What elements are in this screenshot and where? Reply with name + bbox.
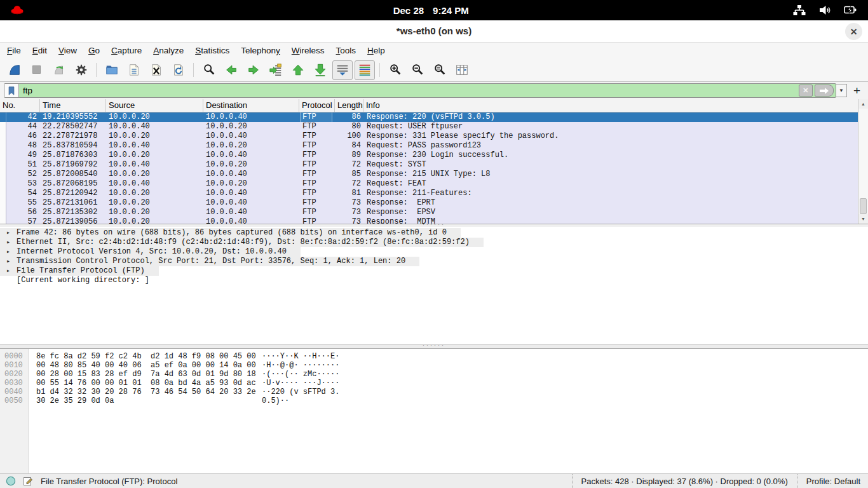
display-filter-input[interactable]: ftp ✕ <box>4 83 836 98</box>
toolbar-separator <box>379 63 380 77</box>
column-header-destination[interactable]: Destination <box>203 99 299 112</box>
packet-row[interactable]: 4219.21039555210.0.0.2010.0.0.40FTP86Res… <box>0 112 868 122</box>
main-toolbar <box>0 58 868 82</box>
clock[interactable]: Dec 28 9:24 PM <box>393 5 469 16</box>
detail-line[interactable]: [Current working directory: ] <box>0 276 149 285</box>
hex-row[interactable]: 001000 48 80 85 40 00 40 06 a5 ef 0a 00 … <box>0 361 868 370</box>
packet-details-pane: ▸Frame 42: 86 bytes on wire (688 bits), … <box>0 227 868 344</box>
packet-row[interactable]: 4925.87187630310.0.0.2010.0.0.40FTP89Res… <box>0 151 868 160</box>
find-packet-button[interactable] <box>199 60 219 80</box>
pane-splitter[interactable]: ······ <box>0 344 868 349</box>
menu-help[interactable]: Help <box>362 46 391 55</box>
hex-row[interactable]: 0040b1 d4 32 32 30 20 28 76 73 46 54 50 … <box>0 388 868 396</box>
redhat-activities-icon[interactable] <box>9 3 25 18</box>
column-header-protocol[interactable]: Protocol <box>299 99 335 112</box>
filter-clear-button[interactable]: ✕ <box>799 85 813 97</box>
menu-tools[interactable]: Tools <box>330 46 362 55</box>
expander-icon[interactable]: ▸ <box>6 228 10 238</box>
expander-icon[interactable]: ▸ <box>6 238 10 247</box>
auto-scroll-toggle[interactable] <box>332 60 353 80</box>
packet-row[interactable]: 5325.87206819510.0.0.4010.0.0.20FTP72Req… <box>0 179 868 189</box>
hex-row[interactable]: 005030 2e 35 29 0d 0a0.5)·· <box>0 396 868 405</box>
menu-edit[interactable]: Edit <box>27 46 53 55</box>
expander-icon[interactable]: ▸ <box>6 257 10 266</box>
status-packet-counts: Packets: 428 · Displayed: 37 (8.6%) · Dr… <box>572 474 797 488</box>
packet-row[interactable]: 5225.87200854010.0.0.2010.0.0.40FTP85Res… <box>0 170 868 179</box>
menu-file[interactable]: File <box>1 46 27 55</box>
detail-line[interactable]: ▸File Transfer Protocol (FTP) <box>0 266 159 276</box>
hex-row[interactable]: 003000 55 14 76 00 00 01 01 08 0a bd 4a … <box>0 379 868 388</box>
column-header-info[interactable]: Info <box>363 99 868 112</box>
packet-bytes-pane: 00008e fc 8a d2 59 f2 c2 4b d2 1d 48 f9 … <box>0 349 868 473</box>
packet-list-header: No.TimeSourceDestinationProtocolLengthIn… <box>0 99 868 112</box>
column-header-length[interactable]: Length <box>335 99 363 112</box>
window-title: *ws-eth0 (on ws) <box>0 25 868 36</box>
reload-file-button[interactable] <box>168 60 189 80</box>
go-top-button[interactable] <box>288 60 308 80</box>
go-bottom-button[interactable] <box>310 60 330 80</box>
hex-row[interactable]: 002000 28 00 15 83 28 ef d9 7a 4d 63 0d … <box>0 370 868 379</box>
start-capture-button[interactable] <box>4 60 25 80</box>
packet-row[interactable]: 5525.87213106110.0.0.2010.0.0.40FTP73Res… <box>0 198 868 208</box>
volume-icon[interactable] <box>818 3 832 17</box>
resize-columns-button[interactable] <box>452 60 472 80</box>
packet-list: 4219.21039555210.0.0.2010.0.0.40FTP86Res… <box>0 112 868 224</box>
packet-row[interactable]: 4825.83781059410.0.0.4010.0.0.20FTP84Req… <box>0 141 868 151</box>
menubar: FileEditViewGoCaptureAnalyzeStatisticsTe… <box>0 43 868 58</box>
splitter-handle: ······ <box>423 344 445 346</box>
restart-capture-button[interactable] <box>49 60 69 80</box>
capture-comment-icon[interactable] <box>23 476 33 486</box>
detail-line[interactable]: ▸Internet Protocol Version 4, Src: 10.0.… <box>0 247 301 257</box>
menu-analyze[interactable]: Analyze <box>147 46 189 55</box>
go-forward-button[interactable] <box>243 60 264 80</box>
filter-dropdown-caret[interactable]: ▼ <box>836 84 847 97</box>
stop-capture-button[interactable] <box>27 60 47 80</box>
menu-go[interactable]: Go <box>83 46 105 55</box>
menu-statistics[interactable]: Statistics <box>189 46 235 55</box>
zoom-in-button[interactable] <box>385 60 405 80</box>
go-back-button[interactable] <box>221 60 241 80</box>
close-file-button[interactable] <box>146 60 166 80</box>
battery-charging-icon[interactable] <box>843 3 858 17</box>
menu-wireless[interactable]: Wireless <box>286 46 330 55</box>
filter-add-button[interactable]: + <box>853 85 860 97</box>
toolbar-separator <box>96 63 97 77</box>
filter-apply-button[interactable] <box>815 85 834 97</box>
colorize-toggle[interactable] <box>355 60 375 80</box>
menu-view[interactable]: View <box>53 46 83 55</box>
menu-telephony[interactable]: Telephony <box>235 46 286 55</box>
capture-options-button[interactable] <box>71 60 92 80</box>
menu-capture[interactable]: Capture <box>105 46 147 55</box>
save-file-button[interactable] <box>124 60 144 80</box>
open-file-button[interactable] <box>102 60 122 80</box>
filter-bookmark-icon[interactable] <box>4 84 19 97</box>
expander-icon[interactable]: ▸ <box>6 247 10 257</box>
packet-row[interactable]: 5425.87212094210.0.0.2010.0.0.40FTP81Res… <box>0 189 868 198</box>
window-titlebar: *ws-eth0 (on ws) ✕ <box>0 20 868 43</box>
scrollbar-up-icon[interactable]: ▲ <box>858 99 868 109</box>
packet-row[interactable]: 5625.87213530210.0.0.2010.0.0.40FTP73Res… <box>0 208 868 217</box>
column-header-time[interactable]: Time <box>40 99 106 112</box>
packet-list-scrollbar[interactable]: ▲ ▼ <box>858 99 868 224</box>
zoom-out-button[interactable] <box>407 60 428 80</box>
scrollbar-thumb[interactable] <box>860 198 867 214</box>
detail-line[interactable]: ▸Ethernet II, Src: c2:4b:d2:1d:48:f9 (c2… <box>0 238 484 247</box>
packet-row[interactable]: 4622.27872197810.0.0.2010.0.0.40FTP100Re… <box>0 132 868 141</box>
hex-row[interactable]: 00008e fc 8a d2 59 f2 c2 4b d2 1d 48 f9 … <box>0 352 868 361</box>
packet-row[interactable]: 4422.27850274710.0.0.4010.0.0.20FTP80Req… <box>0 122 868 132</box>
window-close-button[interactable]: ✕ <box>845 23 862 40</box>
go-to-packet-button[interactable] <box>266 60 286 80</box>
column-header-no[interactable]: No. <box>0 99 40 112</box>
expander-icon[interactable]: ▸ <box>6 266 10 276</box>
filter-text: ftp <box>19 86 799 95</box>
expert-info-icon[interactable] <box>6 476 16 486</box>
detail-line[interactable]: ▸Transmission Control Protocol, Src Port… <box>0 257 419 266</box>
network-icon[interactable] <box>792 3 806 17</box>
status-context-text: File Transfer Protocol (FTP): Protocol <box>41 477 177 486</box>
zoom-original-button[interactable] <box>430 60 450 80</box>
column-header-source[interactable]: Source <box>106 99 203 112</box>
status-profile[interactable]: Profile: Default <box>797 477 868 486</box>
detail-line[interactable]: ▸Frame 42: 86 bytes on wire (688 bits), … <box>0 228 461 238</box>
packet-row[interactable]: 5125.87196979210.0.0.4010.0.0.20FTP72Req… <box>0 160 868 170</box>
scrollbar-down-icon[interactable]: ▼ <box>858 214 868 224</box>
